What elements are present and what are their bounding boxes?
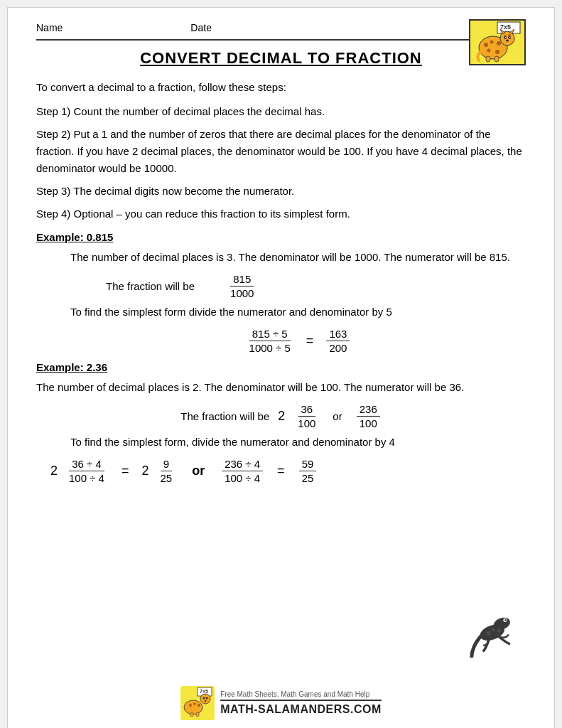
svg-point-38 [203, 697, 205, 700]
step-4: Step 4) Optional – you can reduce this f… [36, 205, 526, 223]
svg-point-8 [487, 49, 491, 53]
page: Name Date 7x5 = 35 [7, 7, 555, 728]
svg-rect-42 [196, 712, 199, 717]
step-1: Step 1) Count the number of decimal plac… [36, 103, 526, 120]
svg-point-17 [506, 40, 509, 42]
logo-svg: 7x5 = 35 [470, 21, 524, 64]
example2-heading: Example: 2.36 [36, 361, 526, 373]
example2-simplest-row: 2 36 ÷ 4 100 ÷ 4 = 2 9 25 or 236 ÷ 4 100… [50, 458, 526, 484]
example1-text1: The number of decimal places is 3. The d… [70, 249, 526, 266]
example1-fraction-row: The fraction will be 815 1000 [106, 273, 526, 299]
page-title: CONVERT DECIMAL TO FRACTION [36, 49, 526, 68]
footer-content: 7×5 = 35 Free Math Sheets, Math Games an… [161, 682, 402, 720]
equals-sign: = [306, 333, 314, 348]
row2-div-frac: 36 ÷ 4 100 ÷ 4 [66, 458, 107, 484]
header-row: Name Date [36, 22, 526, 33]
svg-rect-21 [495, 56, 499, 62]
svg-point-13 [504, 36, 507, 39]
row2-whole2: 2 [141, 464, 148, 478]
row2-or: or [192, 464, 205, 478]
example2-simplest-text: To find the simplest form, divide the nu… [70, 434, 526, 451]
footer-text: Free Math Sheets, Math Games and Math He… [220, 690, 382, 716]
div-fraction: 815 ÷ 5 1000 ÷ 5 [247, 328, 293, 354]
svg-point-40 [205, 700, 207, 702]
svg-point-36 [198, 704, 200, 707]
logo-box: 7x5 = 35 [469, 19, 526, 65]
lizard-decoration [459, 601, 523, 658]
svg-point-14 [508, 36, 511, 39]
svg-point-34 [189, 704, 192, 707]
example2-fraction-row: The fraction will be 2 36 100 or 236 100 [36, 403, 526, 429]
or-label: or [333, 410, 342, 422]
example1-body: The number of decimal places is 3. The d… [70, 249, 526, 354]
row2-whole: 2 [50, 464, 58, 478]
example2-fraction-label: The fraction will be [180, 410, 269, 422]
svg-point-5 [484, 43, 488, 47]
example1-simplest-row: 815 ÷ 5 1000 ÷ 5 = 163 200 [70, 328, 526, 354]
row2-result-frac: 9 25 [157, 458, 175, 484]
svg-point-7 [497, 41, 501, 46]
example2-simplest: To find the simplest form, divide the nu… [70, 434, 526, 451]
footer: 7×5 = 35 Free Math Sheets, Math Games an… [161, 682, 402, 720]
lizard-svg [459, 601, 523, 658]
name-label: Name [36, 22, 63, 33]
step-2: Step 2) Put a 1 and the number of zeros … [36, 126, 526, 177]
example2-frac: 36 100 [295, 403, 318, 429]
svg-rect-41 [190, 712, 193, 717]
svg-point-39 [206, 697, 208, 700]
row2-alt-div-frac: 236 ÷ 4 100 ÷ 4 [222, 458, 263, 484]
example2-whole: 2 [278, 409, 285, 424]
date-label: Date [190, 22, 212, 33]
svg-text:7×5: 7×5 [200, 689, 208, 694]
example1-heading: Example: 0.815 [36, 231, 526, 243]
svg-point-35 [193, 702, 196, 705]
main-fraction: 815 1000 [227, 273, 256, 299]
row2-eq2: = [277, 464, 285, 478]
row2-eq: = [121, 464, 129, 478]
example2-alt-frac: 236 100 [357, 403, 380, 429]
svg-rect-20 [486, 56, 490, 62]
result-fraction: 163 200 [326, 328, 350, 354]
header-divider [36, 39, 526, 41]
svg-point-16 [509, 37, 510, 38]
svg-point-15 [505, 37, 506, 38]
intro-text: To convert a decimal to a fraction, foll… [36, 79, 526, 96]
svg-point-33 [184, 700, 202, 714]
footer-logo-svg: 7×5 = 35 [180, 686, 215, 720]
svg-point-6 [490, 41, 494, 44]
example2-text1: The number of decimal places is 2. The d… [36, 379, 526, 396]
example1-simplest-text: To find the simplest form divide the num… [70, 304, 526, 321]
row2-final-frac: 59 25 [299, 458, 317, 484]
step-3: Step 3) The decimal digits now become th… [36, 183, 526, 200]
footer-site-name: MATH-SALAMANDERS.COM [220, 703, 382, 716]
footer-small-text: Free Math Sheets, Math Games and Math He… [220, 690, 382, 698]
svg-point-37 [200, 694, 210, 704]
svg-text:7x5: 7x5 [500, 23, 511, 31]
svg-point-9 [495, 50, 499, 54]
fraction-label: The fraction will be [106, 280, 195, 292]
